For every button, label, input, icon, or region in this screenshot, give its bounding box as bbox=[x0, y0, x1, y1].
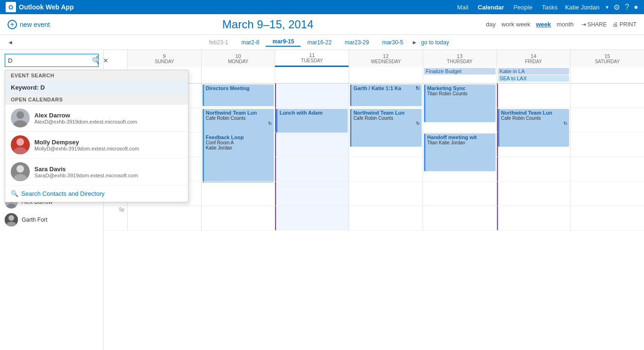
cell-2p-sat[interactable] bbox=[570, 133, 644, 157]
cell-1p-thu[interactable] bbox=[423, 108, 497, 133]
cell-2p-wed[interactable] bbox=[349, 133, 423, 157]
cell-3p-fri[interactable] bbox=[497, 157, 571, 182]
share-button[interactable]: ⇥ SHARE bbox=[581, 21, 607, 28]
nav-mail[interactable]: Mail bbox=[457, 4, 468, 11]
cell-2p-mon[interactable]: Feedback Loop Conf Room A Katie Jordan bbox=[201, 133, 275, 157]
search-contacts-link[interactable]: 🔍 Search Contacts and Directory bbox=[5, 185, 188, 202]
cell-1p-tue[interactable]: Lunch with Adam bbox=[275, 108, 349, 133]
view-week[interactable]: week bbox=[536, 21, 551, 28]
nav-week-mar16[interactable]: mar16-22 bbox=[301, 39, 338, 46]
cell-5p-sun[interactable] bbox=[127, 206, 201, 231]
cell-3p-tue[interactable] bbox=[275, 157, 349, 182]
cell-12p-wed[interactable]: Garth / Katie 1:1 Ka ↻ bbox=[349, 83, 423, 108]
cell-2p-tue[interactable] bbox=[275, 133, 349, 157]
svg-point-1 bbox=[14, 120, 27, 127]
sidebar-collapse-button[interactable]: « bbox=[96, 53, 99, 60]
sidebar: « 🔍 ✕ EVENT SEARCH Keyword: D OPEN CALEN… bbox=[0, 50, 104, 350]
help-icon[interactable]: ? bbox=[625, 3, 629, 11]
nav-row: ◄ feb23-1 mar2-8 mar9-15 mar16-22 mar23-… bbox=[0, 35, 644, 50]
time-label-5p: 5p bbox=[104, 206, 127, 231]
nav-tasks[interactable]: Tasks bbox=[542, 4, 557, 11]
cell-5p-fri[interactable] bbox=[497, 206, 571, 231]
main-layout: « 🔍 ✕ EVENT SEARCH Keyword: D OPEN CALEN… bbox=[0, 50, 644, 350]
cell-12p-thu[interactable]: Marketing Sync Titan Robin Counts bbox=[423, 83, 497, 108]
nav-calendar[interactable]: Calendar bbox=[478, 4, 504, 11]
person-molly-dempsey[interactable]: Molly Dempsey MollyD@exhb-3919dom.extest… bbox=[5, 132, 188, 158]
search-box: 🔍 ✕ bbox=[5, 54, 98, 67]
directors-meeting-event[interactable]: Directors Meeting bbox=[203, 84, 274, 106]
cell-2p-thu[interactable]: Handoff meeting wit Titan Katie Jordan bbox=[423, 133, 497, 157]
app-logo: O Outlook Web App bbox=[6, 2, 457, 12]
plus-circle-icon: + bbox=[8, 20, 17, 29]
search-contacts-label: Search Contacts and Directory bbox=[21, 190, 105, 197]
view-month[interactable]: month bbox=[557, 21, 574, 28]
cell-5p-thu[interactable] bbox=[423, 206, 497, 231]
allday-cell-tue bbox=[275, 67, 349, 83]
svg-point-6 bbox=[16, 165, 24, 173]
katie-in-la-event[interactable]: Katie in LA bbox=[498, 68, 570, 75]
allday-cell-sat bbox=[570, 67, 644, 83]
nav-week-mar23[interactable]: mar23-29 bbox=[338, 39, 375, 46]
print-icon: 🖨 bbox=[612, 21, 618, 28]
cell-5p-mon[interactable] bbox=[201, 206, 275, 231]
day-header-fri: 14 FRIDAY bbox=[497, 50, 571, 67]
cell-1p-sat[interactable] bbox=[570, 108, 644, 133]
next-week-inline-arrow[interactable]: ► bbox=[412, 39, 417, 46]
calendar-person-garth[interactable]: Garth Fort bbox=[0, 211, 103, 229]
cell-4p-thu[interactable] bbox=[423, 182, 497, 206]
cell-12p-tue[interactable] bbox=[275, 83, 349, 108]
print-button[interactable]: 🖨 PRINT bbox=[612, 21, 636, 28]
person-email-molly: MollyD@exhb-3919dom.extest.microsoft.com bbox=[34, 146, 139, 151]
nav-week-mar2[interactable]: mar2-8 bbox=[235, 39, 266, 46]
goto-today-button[interactable]: go to today bbox=[421, 39, 449, 46]
cell-2p-fri[interactable] bbox=[497, 133, 571, 157]
search-clear-button[interactable]: ✕ bbox=[101, 57, 110, 64]
view-day[interactable]: day bbox=[486, 21, 496, 28]
cell-3p-sat[interactable] bbox=[570, 157, 644, 182]
cell-1p-wed[interactable]: Northwind Team Lun Cafe Robin Counts ↻ bbox=[349, 108, 423, 133]
event-search-header: EVENT SEARCH bbox=[5, 70, 188, 81]
cell-3p-thu[interactable] bbox=[423, 157, 497, 182]
allday-cell-thu: Finalize Budget bbox=[423, 67, 497, 83]
cell-4p-tue[interactable] bbox=[275, 182, 349, 206]
person-name-alex: Alex Darrow bbox=[34, 112, 137, 119]
keyword-row[interactable]: Keyword: D bbox=[5, 81, 188, 94]
settings-icon[interactable]: ⚙ bbox=[613, 3, 620, 12]
cell-12p-fri[interactable] bbox=[497, 83, 571, 108]
cell-5p-tue[interactable] bbox=[275, 206, 349, 231]
garth-katie-event[interactable]: Garth / Katie 1:1 Ka ↻ bbox=[350, 84, 422, 106]
cell-1p-mon[interactable]: Northwind Team Lun Cafe Robin Counts ↻ bbox=[201, 108, 275, 133]
search-input[interactable] bbox=[5, 57, 90, 64]
person-alex-darrow[interactable]: Alex Darrow AlexD@exhb-3919dom.extest.mi… bbox=[5, 105, 188, 132]
user-dropdown-arrow[interactable]: ▾ bbox=[606, 4, 609, 10]
person-sara-davis[interactable]: Sara Davis SaraD@exhb-3919dom.extest.mic… bbox=[5, 158, 188, 185]
cell-12p-mon[interactable]: Directors Meeting bbox=[201, 83, 275, 108]
toolbar: + new event March 9–15, 2014 day work we… bbox=[0, 14, 644, 35]
cell-4p-sat[interactable] bbox=[570, 182, 644, 206]
day-header-mon: 10 MONDAY bbox=[201, 50, 275, 67]
cell-4p-mon[interactable] bbox=[201, 182, 275, 206]
allday-cell-wed bbox=[349, 67, 423, 83]
prev-week-arrow[interactable]: ◄ bbox=[8, 39, 13, 46]
nav-week-mar30[interactable]: mar30-5 bbox=[375, 39, 410, 46]
avatar-sara-davis bbox=[11, 162, 30, 181]
cell-4p-fri[interactable] bbox=[497, 182, 571, 206]
account-icon[interactable]: ● bbox=[634, 3, 638, 11]
cell-3p-wed[interactable] bbox=[349, 157, 423, 182]
top-nav-right: Katie Jordan ▾ ⚙ ? ● bbox=[565, 3, 638, 12]
finalize-budget-event[interactable]: Finalize Budget bbox=[424, 68, 496, 75]
cell-5p-sat[interactable] bbox=[570, 206, 644, 231]
view-work-week[interactable]: work week bbox=[501, 21, 530, 28]
sea-to-lax-event[interactable]: SEA to LAX bbox=[498, 75, 570, 82]
cell-5p-wed[interactable] bbox=[349, 206, 423, 231]
day-header-tue: 11 TUESDAY bbox=[275, 50, 349, 67]
cell-4p-wed[interactable] bbox=[349, 182, 423, 206]
nav-people[interactable]: People bbox=[514, 4, 532, 11]
new-event-button[interactable]: + new event bbox=[8, 20, 50, 29]
cell-1p-fri[interactable]: Northwind Team Lun Cafe Robin Counts ↻ bbox=[497, 108, 571, 133]
nav-week-mar9[interactable]: mar9-15 bbox=[266, 38, 301, 47]
user-name[interactable]: Katie Jordan bbox=[565, 4, 599, 11]
cell-12p-sat[interactable] bbox=[570, 83, 644, 108]
cell-3p-mon[interactable] bbox=[201, 157, 275, 182]
nav-week-feb23[interactable]: feb23-1 bbox=[203, 39, 235, 46]
